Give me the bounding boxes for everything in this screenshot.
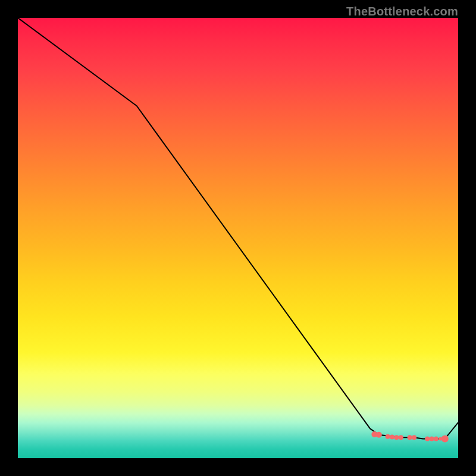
marker-dot <box>394 435 399 440</box>
plot-area <box>18 18 458 458</box>
chart-overlay <box>18 18 458 458</box>
marker-dot <box>399 435 403 440</box>
marker-dot <box>376 432 382 438</box>
marker-dot <box>425 436 430 441</box>
marker-dot <box>430 436 434 441</box>
attribution-label: TheBottleneck.com <box>346 5 458 18</box>
marker-dot <box>434 436 439 441</box>
marker-dot <box>441 435 449 442</box>
main-curve <box>18 18 458 439</box>
chart-frame: TheBottleneck.com <box>0 0 476 476</box>
marker-dot <box>390 435 394 440</box>
marker-dot <box>386 434 390 439</box>
marker-cluster <box>371 431 448 442</box>
marker-dot <box>408 435 412 440</box>
marker-dot <box>412 435 416 440</box>
